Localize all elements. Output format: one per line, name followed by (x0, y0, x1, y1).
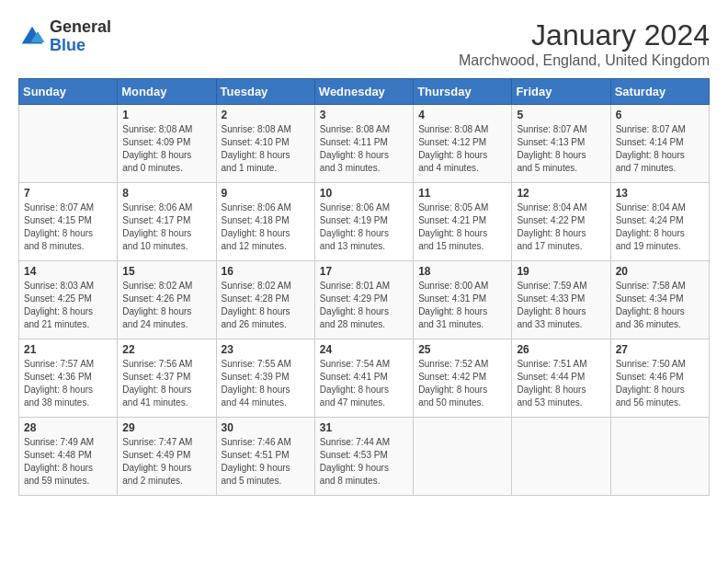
day-info: Sunrise: 7:47 AM Sunset: 4:49 PM Dayligh… (122, 436, 210, 488)
day-number: 11 (418, 187, 506, 200)
calendar-cell (414, 418, 512, 496)
day-number: 18 (418, 265, 506, 278)
calendar-cell: 25Sunrise: 7:52 AM Sunset: 4:42 PM Dayli… (414, 339, 512, 418)
day-number: 1 (122, 109, 210, 121)
calendar-cell: 4Sunrise: 8:08 AM Sunset: 4:12 PM Daylig… (414, 105, 512, 183)
day-number: 16 (222, 265, 310, 278)
calendar-cell: 30Sunrise: 7:46 AM Sunset: 4:51 PM Dayli… (216, 418, 314, 496)
calendar-cell: 23Sunrise: 7:55 AM Sunset: 4:39 PM Dayli… (216, 339, 314, 418)
day-info: Sunrise: 8:05 AM Sunset: 4:21 PM Dayligh… (418, 201, 506, 253)
day-info: Sunrise: 8:02 AM Sunset: 4:26 PM Dayligh… (122, 280, 210, 331)
calendar-week-row: 14Sunrise: 8:03 AM Sunset: 4:25 PM Dayli… (19, 261, 710, 339)
calendar-cell: 31Sunrise: 7:44 AM Sunset: 4:53 PM Dayli… (314, 418, 413, 496)
day-info: Sunrise: 7:57 AM Sunset: 4:36 PM Dayligh… (24, 358, 112, 409)
day-info: Sunrise: 8:02 AM Sunset: 4:28 PM Dayligh… (222, 280, 310, 331)
day-info: Sunrise: 8:04 AM Sunset: 4:22 PM Dayligh… (517, 201, 605, 253)
day-info: Sunrise: 7:50 AM Sunset: 4:46 PM Dayligh… (616, 358, 704, 409)
calendar-week-row: 1Sunrise: 8:08 AM Sunset: 4:09 PM Daylig… (19, 105, 710, 183)
day-number: 27 (616, 343, 704, 356)
logo-general: General (50, 17, 111, 36)
header-row: SundayMondayTuesdayWednesdayThursdayFrid… (19, 79, 710, 105)
day-number: 6 (616, 109, 704, 121)
calendar-cell (19, 105, 118, 183)
calendar-cell: 8Sunrise: 8:06 AM Sunset: 4:17 PM Daylig… (118, 183, 216, 261)
day-number: 29 (122, 421, 210, 434)
day-info: Sunrise: 8:03 AM Sunset: 4:25 PM Dayligh… (24, 280, 112, 331)
day-number: 20 (616, 265, 704, 278)
day-info: Sunrise: 8:06 AM Sunset: 4:19 PM Dayligh… (320, 201, 408, 253)
day-info: Sunrise: 8:00 AM Sunset: 4:31 PM Dayligh… (418, 280, 506, 331)
day-info: Sunrise: 7:58 AM Sunset: 4:34 PM Dayligh… (616, 280, 704, 331)
day-number: 26 (517, 343, 605, 356)
day-info: Sunrise: 7:55 AM Sunset: 4:39 PM Dayligh… (222, 358, 310, 409)
day-number: 10 (320, 187, 408, 200)
calendar-week-row: 7Sunrise: 8:07 AM Sunset: 4:15 PM Daylig… (19, 183, 710, 261)
subtitle: Marchwood, England, United Kingdom (459, 52, 710, 69)
day-info: Sunrise: 7:56 AM Sunset: 4:37 PM Dayligh… (122, 358, 210, 409)
day-number: 23 (222, 343, 310, 356)
day-info: Sunrise: 8:06 AM Sunset: 4:17 PM Dayligh… (122, 201, 210, 253)
day-number: 12 (517, 187, 605, 200)
header-day: Thursday (414, 79, 512, 105)
day-number: 9 (222, 187, 310, 200)
day-info: Sunrise: 8:08 AM Sunset: 4:10 PM Dayligh… (222, 123, 310, 175)
calendar-body: 1Sunrise: 8:08 AM Sunset: 4:09 PM Daylig… (19, 105, 710, 496)
calendar-cell: 19Sunrise: 7:59 AM Sunset: 4:33 PM Dayli… (512, 261, 610, 339)
calendar-cell (512, 418, 610, 496)
day-info: Sunrise: 8:04 AM Sunset: 4:24 PM Dayligh… (616, 201, 704, 253)
day-number: 28 (24, 421, 112, 434)
calendar-cell: 15Sunrise: 8:02 AM Sunset: 4:26 PM Dayli… (118, 261, 216, 339)
header-day: Friday (512, 79, 610, 105)
calendar-cell: 18Sunrise: 8:00 AM Sunset: 4:31 PM Dayli… (414, 261, 512, 339)
calendar-header: SundayMondayTuesdayWednesdayThursdayFrid… (19, 79, 710, 105)
calendar-cell: 20Sunrise: 7:58 AM Sunset: 4:34 PM Dayli… (610, 261, 709, 339)
day-number: 31 (320, 421, 408, 434)
day-number: 24 (320, 343, 408, 356)
calendar-cell: 12Sunrise: 8:04 AM Sunset: 4:22 PM Dayli… (512, 183, 610, 261)
calendar-cell: 5Sunrise: 8:07 AM Sunset: 4:13 PM Daylig… (512, 105, 610, 183)
calendar-cell: 26Sunrise: 7:51 AM Sunset: 4:44 PM Dayli… (512, 339, 610, 418)
calendar-cell: 22Sunrise: 7:56 AM Sunset: 4:37 PM Dayli… (118, 339, 216, 418)
day-info: Sunrise: 7:51 AM Sunset: 4:44 PM Dayligh… (517, 358, 605, 409)
header-day: Tuesday (216, 79, 314, 105)
day-info: Sunrise: 8:08 AM Sunset: 4:11 PM Dayligh… (320, 123, 408, 175)
calendar-cell (610, 418, 709, 496)
main-title: January 2024 (459, 18, 710, 52)
day-number: 17 (320, 265, 408, 278)
calendar-cell: 17Sunrise: 8:01 AM Sunset: 4:29 PM Dayli… (314, 261, 413, 339)
calendar-cell: 7Sunrise: 8:07 AM Sunset: 4:15 PM Daylig… (19, 183, 118, 261)
calendar-cell: 27Sunrise: 7:50 AM Sunset: 4:46 PM Dayli… (610, 339, 709, 418)
day-info: Sunrise: 7:59 AM Sunset: 4:33 PM Dayligh… (517, 280, 605, 331)
calendar-cell: 29Sunrise: 7:47 AM Sunset: 4:49 PM Dayli… (118, 418, 216, 496)
day-number: 3 (320, 109, 408, 121)
day-number: 30 (222, 421, 310, 434)
day-info: Sunrise: 8:01 AM Sunset: 4:29 PM Dayligh… (320, 280, 408, 331)
header-day: Monday (118, 79, 216, 105)
logo-blue: Blue (50, 36, 85, 54)
calendar-week-row: 28Sunrise: 7:49 AM Sunset: 4:48 PM Dayli… (19, 418, 710, 496)
header-day: Saturday (610, 79, 709, 105)
calendar-week-row: 21Sunrise: 7:57 AM Sunset: 4:36 PM Dayli… (19, 339, 710, 418)
day-number: 13 (616, 187, 704, 200)
calendar-cell: 10Sunrise: 8:06 AM Sunset: 4:19 PM Dayli… (314, 183, 413, 261)
calendar-table: SundayMondayTuesdayWednesdayThursdayFrid… (18, 78, 710, 496)
day-info: Sunrise: 7:46 AM Sunset: 4:51 PM Dayligh… (222, 436, 310, 488)
day-number: 25 (418, 343, 506, 356)
day-number: 19 (517, 265, 605, 278)
day-number: 8 (122, 187, 210, 200)
title-block: January 2024 Marchwood, England, United … (459, 18, 710, 69)
day-number: 2 (222, 109, 310, 121)
day-number: 4 (418, 109, 506, 121)
day-info: Sunrise: 7:49 AM Sunset: 4:48 PM Dayligh… (24, 436, 112, 488)
day-number: 5 (517, 109, 605, 121)
day-info: Sunrise: 7:44 AM Sunset: 4:53 PM Dayligh… (320, 436, 408, 488)
calendar-cell: 13Sunrise: 8:04 AM Sunset: 4:24 PM Dayli… (610, 183, 709, 261)
day-info: Sunrise: 8:08 AM Sunset: 4:09 PM Dayligh… (122, 123, 210, 175)
calendar-cell: 24Sunrise: 7:54 AM Sunset: 4:41 PM Dayli… (314, 339, 413, 418)
calendar-cell: 6Sunrise: 8:07 AM Sunset: 4:14 PM Daylig… (610, 105, 709, 183)
logo: General Blue (18, 18, 111, 55)
day-info: Sunrise: 8:07 AM Sunset: 4:13 PM Dayligh… (517, 123, 605, 175)
calendar-cell: 28Sunrise: 7:49 AM Sunset: 4:48 PM Dayli… (19, 418, 118, 496)
calendar-cell: 16Sunrise: 8:02 AM Sunset: 4:28 PM Dayli… (216, 261, 314, 339)
logo-icon (18, 23, 46, 51)
